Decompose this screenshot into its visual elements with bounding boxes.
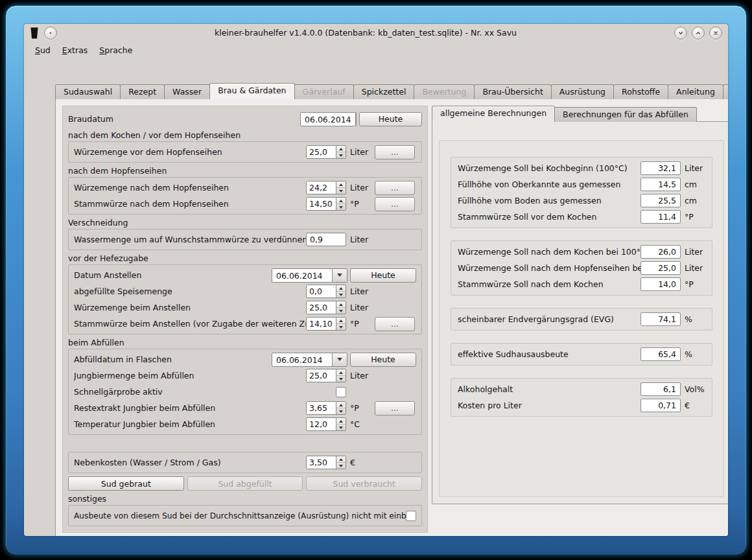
kosten-pro-liter-value[interactable]: 0,71 bbox=[640, 399, 681, 412]
menu-sud[interactable]: Sud bbox=[29, 43, 56, 57]
spinbox-arrows[interactable] bbox=[336, 181, 346, 194]
titlebar[interactable]: kleiner-brauhelfer v1.4.0.0 (Datenbank: … bbox=[24, 24, 728, 41]
tab-ueber[interactable]: Über bbox=[723, 84, 728, 99]
triangle-down-icon[interactable] bbox=[336, 463, 346, 469]
tab-berechnungen-abfuellen[interactable]: Berechnungen für das Abfüllen bbox=[554, 107, 697, 122]
wassermenge-input[interactable]: 0,9 bbox=[306, 233, 346, 246]
minimize-button[interactable] bbox=[674, 27, 687, 40]
triangle-down-icon[interactable] bbox=[336, 425, 346, 430]
tab-brau-uebersicht[interactable]: Brau-Übersicht bbox=[474, 84, 551, 99]
triangle-down-icon[interactable] bbox=[336, 324, 346, 330]
spinbox-arrows[interactable] bbox=[336, 285, 346, 298]
fuellhoehe-boden-value[interactable]: 25,5 bbox=[640, 194, 681, 207]
spinbox-arrows[interactable] bbox=[336, 402, 346, 414]
spinbox-value[interactable]: 12,0 bbox=[307, 418, 336, 430]
triangle-down-icon[interactable] bbox=[336, 308, 346, 314]
temperatur-jungbier-spinbox[interactable]: 12,0 bbox=[306, 417, 346, 431]
spinbox-arrows[interactable] bbox=[336, 146, 346, 158]
spinbox-arrows[interactable] bbox=[336, 456, 346, 469]
triangle-up-icon[interactable] bbox=[336, 198, 346, 204]
stammwuerze-nach-hopfenseihen-spinbox[interactable]: 14,50 bbox=[306, 197, 346, 211]
datum-anstellen-combo[interactable]: 06.06.2014 bbox=[272, 268, 347, 283]
sud-gebraut-button[interactable]: Sud gebraut bbox=[68, 476, 184, 491]
triangle-up-icon[interactable] bbox=[336, 418, 346, 425]
evg-value[interactable]: 74,1 bbox=[640, 312, 681, 326]
spinbox-value[interactable]: 3,65 bbox=[307, 402, 336, 414]
triangle-down-icon[interactable] bbox=[336, 376, 346, 382]
abfuelldatum-value[interactable]: 06.06.2014 bbox=[272, 353, 332, 366]
braudatum-heute-button[interactable]: Heute bbox=[359, 112, 422, 126]
close-button[interactable] bbox=[709, 27, 722, 40]
tab-anleitung[interactable]: Anleitung bbox=[668, 84, 723, 99]
stammwuerze-soll-nach-value[interactable]: 14,0 bbox=[640, 277, 681, 291]
triangle-up-icon[interactable] bbox=[336, 285, 346, 292]
tab-allgemeine-berechnungen[interactable]: allgemeine Berechnungen bbox=[432, 106, 555, 122]
spinbox-value[interactable]: 14,10 bbox=[307, 318, 336, 330]
kochbeginn-value[interactable]: 32,1 bbox=[640, 161, 681, 175]
braudatum-value[interactable]: 06.06.2014 bbox=[301, 113, 355, 126]
spinbox-value[interactable]: 0,0 bbox=[307, 285, 336, 298]
spinbox-value[interactable]: 25,0 bbox=[307, 369, 336, 382]
spinbox-arrows[interactable] bbox=[336, 418, 346, 430]
pin-button[interactable] bbox=[44, 27, 57, 40]
nebenkosten-spinbox[interactable]: 3,50 bbox=[306, 456, 346, 469]
triangle-down-icon[interactable] bbox=[336, 152, 346, 158]
triangle-up-icon[interactable] bbox=[336, 146, 346, 152]
spinbox-value[interactable]: 24,2 bbox=[307, 181, 336, 194]
wuerzemenge-anstellen-spinbox[interactable]: 25,0 bbox=[306, 301, 346, 314]
wuerzemenge-vor-more-button[interactable]: ... bbox=[375, 145, 415, 159]
stammwuerze-soll-vor-value[interactable]: 11,4 bbox=[640, 210, 681, 224]
tab-rohstoffe[interactable]: Rohstoffe bbox=[613, 84, 668, 99]
tab-wasser[interactable]: Wasser bbox=[164, 84, 210, 99]
spinbox-arrows[interactable] bbox=[336, 301, 346, 314]
speisemenge-spinbox[interactable]: 0,0 bbox=[306, 285, 346, 298]
chevron-down-icon[interactable] bbox=[355, 113, 357, 126]
wuerzemenge-vor-hopfenseihen-spinbox[interactable]: 25,0 bbox=[306, 145, 346, 159]
menu-sprache[interactable]: Sprache bbox=[93, 43, 138, 57]
spinbox-value[interactable]: 14,50 bbox=[307, 198, 336, 210]
datum-anstellen-value[interactable]: 06.06.2014 bbox=[272, 269, 332, 282]
schnellgaerprobe-checkbox[interactable] bbox=[336, 387, 346, 397]
abfuelldatum-heute-button[interactable]: Heute bbox=[350, 353, 416, 367]
triangle-down-icon[interactable] bbox=[336, 408, 346, 414]
braudatum-combo[interactable]: 06.06.2014 bbox=[300, 112, 357, 126]
restextrakt-spinbox[interactable]: 3,65 bbox=[306, 401, 346, 415]
chevron-down-icon[interactable] bbox=[332, 353, 347, 366]
spinbox-arrows[interactable] bbox=[336, 318, 346, 330]
alkoholgehalt-value[interactable]: 6,1 bbox=[640, 382, 681, 396]
triangle-down-icon[interactable] bbox=[336, 204, 346, 210]
triangle-up-icon[interactable] bbox=[336, 456, 346, 463]
tab-rezept[interactable]: Rezept bbox=[120, 84, 165, 99]
stammwuerze-anstellen-more-button[interactable]: ... bbox=[375, 317, 415, 331]
wuerzemenge-nach-more-button[interactable]: ... bbox=[375, 181, 415, 195]
stammwuerze-nach-more-button[interactable]: ... bbox=[375, 197, 415, 211]
spinbox-value[interactable]: 3,50 bbox=[307, 456, 336, 469]
wuerzemenge-nach-hopfenseihen-spinbox[interactable]: 24,2 bbox=[306, 181, 346, 194]
triangle-down-icon[interactable] bbox=[336, 188, 346, 194]
triangle-up-icon[interactable] bbox=[336, 369, 346, 376]
soll-nach-kochen-value[interactable]: 26,0 bbox=[640, 245, 681, 259]
restextrakt-more-button[interactable]: ... bbox=[375, 401, 415, 415]
maximize-button[interactable] bbox=[692, 27, 705, 40]
datum-anstellen-heute-button[interactable]: Heute bbox=[350, 268, 416, 283]
spinbox-value[interactable]: 25,0 bbox=[307, 146, 336, 158]
tab-brau-gaerdaten[interactable]: Brau & Gärdaten bbox=[209, 83, 294, 99]
ausbeute-checkbox[interactable] bbox=[406, 511, 416, 521]
menu-extras[interactable]: Extras bbox=[56, 43, 94, 57]
triangle-up-icon[interactable] bbox=[336, 318, 346, 324]
spinbox-arrows[interactable] bbox=[336, 369, 346, 382]
triangle-down-icon[interactable] bbox=[336, 292, 346, 298]
spinbox-arrows[interactable] bbox=[336, 198, 346, 210]
tab-spickzettel[interactable]: Spickzettel bbox=[353, 84, 415, 99]
triangle-up-icon[interactable] bbox=[336, 402, 346, 408]
triangle-up-icon[interactable] bbox=[336, 181, 346, 188]
chevron-down-icon[interactable] bbox=[332, 269, 347, 282]
stammwuerze-anstellen-spinbox[interactable]: 14,10 bbox=[306, 317, 346, 331]
sudhausausbeute-value[interactable]: 65,4 bbox=[640, 347, 681, 361]
tab-ausruestung[interactable]: Ausrüstung bbox=[551, 84, 614, 99]
soll-nach-hopfenseihen-value[interactable]: 25,0 bbox=[640, 261, 681, 275]
spinbox-value[interactable]: 25,0 bbox=[307, 301, 336, 314]
triangle-up-icon[interactable] bbox=[336, 301, 346, 308]
tab-sudauswahl[interactable]: Sudauswahl bbox=[55, 84, 121, 99]
fuellhoehe-oben-value[interactable]: 14,5 bbox=[640, 178, 681, 191]
